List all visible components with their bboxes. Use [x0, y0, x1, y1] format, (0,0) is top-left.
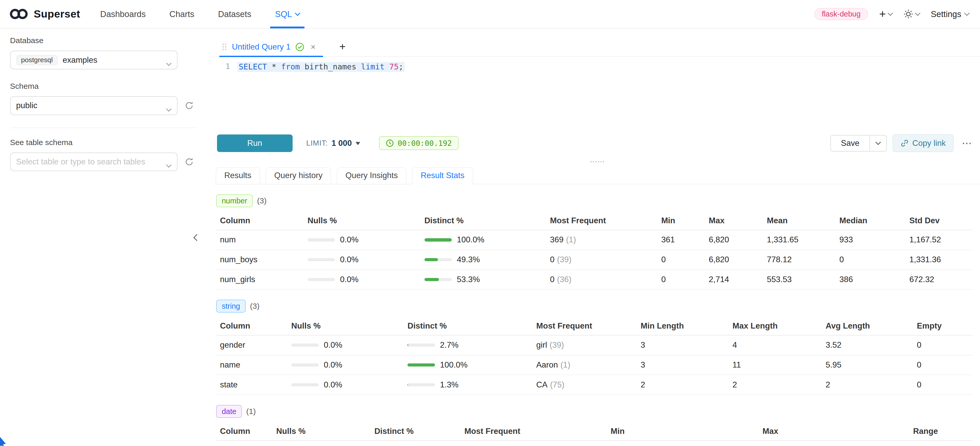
- cell-stat: 2: [637, 375, 729, 395]
- link-icon: [900, 139, 908, 147]
- column-header-min-length[interactable]: Min Length: [637, 319, 729, 335]
- code-token: limit: [361, 62, 385, 71]
- column-header-most-frequent[interactable]: Most Frequent: [546, 213, 657, 230]
- sql-editor[interactable]: 1 SELECT * from birth_names limit 75;: [215, 57, 980, 129]
- nulls-bar-value: 0.0%: [324, 341, 342, 350]
- table-row: ds0.0%1.3%1965-01-01T00:00:00(75)1965-01…: [216, 441, 972, 446]
- most-frequent-value: 0: [550, 275, 555, 284]
- limit-dropdown[interactable]: LIMIT: 1 000: [306, 139, 360, 148]
- percent-bar-fill: [425, 278, 439, 281]
- tab-query-insights[interactable]: Query Insights: [337, 167, 406, 185]
- column-header-median[interactable]: Median: [835, 213, 905, 230]
- cell-stat: 2: [822, 375, 913, 395]
- nulls-bar-wrap: 0.0%: [291, 380, 400, 389]
- distinct-bar: 2.7%: [404, 335, 533, 355]
- tab-results[interactable]: Results: [216, 167, 260, 185]
- table-header-row: ColumnNulls %Distinct %Most FrequentMinM…: [216, 424, 972, 441]
- column-header-nulls-[interactable]: Nulls %: [272, 424, 371, 441]
- save-options-button[interactable]: [870, 135, 887, 151]
- code-token: [276, 62, 281, 71]
- nulls-bar-value: 0.0%: [340, 275, 359, 284]
- limit-value: 1 000: [332, 139, 352, 148]
- cell-column-name: ds: [216, 441, 272, 446]
- code-area[interactable]: SELECT * from birth_names limit 75;: [235, 57, 404, 129]
- toolbar-right: Save Copy link ⋯: [830, 134, 972, 152]
- chevron-down-icon: [875, 140, 881, 145]
- column-header-column[interactable]: Column: [216, 424, 272, 441]
- refresh-icon[interactable]: [185, 101, 194, 110]
- nulls-bar-wrap: 0.0%: [307, 255, 417, 264]
- type-badge-row: date(1): [216, 405, 972, 418]
- close-icon[interactable]: ×: [311, 42, 316, 52]
- nav-item-datasets[interactable]: Datasets: [218, 0, 251, 29]
- tab-query-history[interactable]: Query history: [266, 167, 331, 185]
- database-select[interactable]: postgresql examples: [10, 51, 178, 69]
- nulls-bar: 0.0%: [288, 355, 404, 375]
- column-header-nulls-[interactable]: Nulls %: [288, 319, 404, 335]
- column-header-min[interactable]: Min: [657, 213, 705, 230]
- percent-bar-track: [425, 258, 452, 261]
- tab-result-stats[interactable]: Result Stats: [412, 167, 473, 185]
- column-header-column[interactable]: Column: [216, 213, 304, 230]
- add-new-button[interactable]: +: [879, 8, 892, 20]
- most-frequent-count: (39): [550, 341, 564, 349]
- column-header-most-frequent[interactable]: Most Frequent: [461, 424, 607, 441]
- nav-item-sql[interactable]: SQL: [275, 0, 299, 29]
- cell-column-name: num_boys: [216, 250, 304, 270]
- percent-bar-fill: [407, 363, 435, 366]
- column-header-min[interactable]: Min: [607, 424, 759, 441]
- chevron-down-icon: [166, 106, 172, 112]
- code-token: ;: [399, 62, 403, 71]
- column-header-std-dev[interactable]: Std Dev: [906, 213, 972, 230]
- settings-menu[interactable]: Settings: [931, 9, 969, 19]
- more-options-button[interactable]: ⋯: [962, 137, 972, 149]
- percent-bar-fill: [407, 344, 408, 347]
- cell-most-frequent: Aaron(1): [533, 355, 637, 375]
- cell-stat: 0: [657, 250, 705, 270]
- theme-toggle-button[interactable]: [904, 9, 920, 19]
- drag-dots-icon: [590, 161, 604, 162]
- refresh-icon[interactable]: [185, 157, 194, 166]
- nulls-bar: 0.0%: [288, 375, 404, 395]
- percent-bar-track: [307, 258, 335, 261]
- chevron-down-icon: [964, 11, 970, 16]
- cell-stat: 3: [637, 355, 729, 375]
- cell-stat: 6,820: [705, 230, 763, 250]
- add-tab-button[interactable]: +: [339, 41, 345, 52]
- percent-bar-track: [291, 344, 319, 347]
- nav-item-charts[interactable]: Charts: [170, 0, 194, 29]
- column-header-distinct-[interactable]: Distinct %: [371, 424, 461, 441]
- column-header-empty[interactable]: Empty: [913, 319, 972, 335]
- save-button[interactable]: Save: [830, 135, 870, 151]
- table-header-row: ColumnNulls %Distinct %Most FrequentMin …: [216, 319, 972, 335]
- cell-most-frequent: CA(75): [533, 375, 637, 395]
- run-button[interactable]: Run: [217, 134, 293, 152]
- column-header-mean[interactable]: Mean: [763, 213, 835, 230]
- superset-logo[interactable]: Superset: [9, 8, 80, 20]
- most-frequent-value: 0: [550, 255, 555, 264]
- query-tab[interactable]: Untitled Query 1 ×: [220, 37, 323, 56]
- column-header-max-length[interactable]: Max Length: [729, 319, 822, 335]
- column-header-max[interactable]: Max: [759, 424, 910, 441]
- schema-select[interactable]: public: [10, 96, 178, 115]
- column-header-distinct-[interactable]: Distinct %: [421, 213, 546, 230]
- copy-link-button[interactable]: Copy link: [892, 134, 954, 152]
- cell-stat: same day: [909, 441, 972, 446]
- results-tab-bar: ResultsQuery historyQuery InsightsResult…: [215, 166, 980, 184]
- column-header-column[interactable]: Column: [216, 319, 288, 335]
- column-header-distinct-[interactable]: Distinct %: [404, 319, 533, 335]
- column-header-most-frequent[interactable]: Most Frequent: [533, 319, 637, 335]
- brand-name: Superset: [34, 8, 80, 20]
- column-header-max[interactable]: Max: [705, 213, 763, 230]
- table-select[interactable]: Select table or type to search tables: [10, 153, 178, 171]
- column-header-nulls-[interactable]: Nulls %: [304, 213, 421, 230]
- column-header-range[interactable]: Range: [909, 424, 972, 441]
- pane-resize-handle[interactable]: [215, 157, 980, 166]
- column-header-avg-length[interactable]: Avg Length: [822, 319, 913, 335]
- code-token: SELECT: [239, 62, 267, 71]
- percent-bar-track: [407, 363, 435, 366]
- cell-stat: 0: [657, 270, 705, 290]
- cell-stat: 672.32: [906, 270, 972, 290]
- collapse-sidebar-button[interactable]: [192, 233, 202, 243]
- nav-item-dashboards[interactable]: Dashboards: [100, 0, 146, 29]
